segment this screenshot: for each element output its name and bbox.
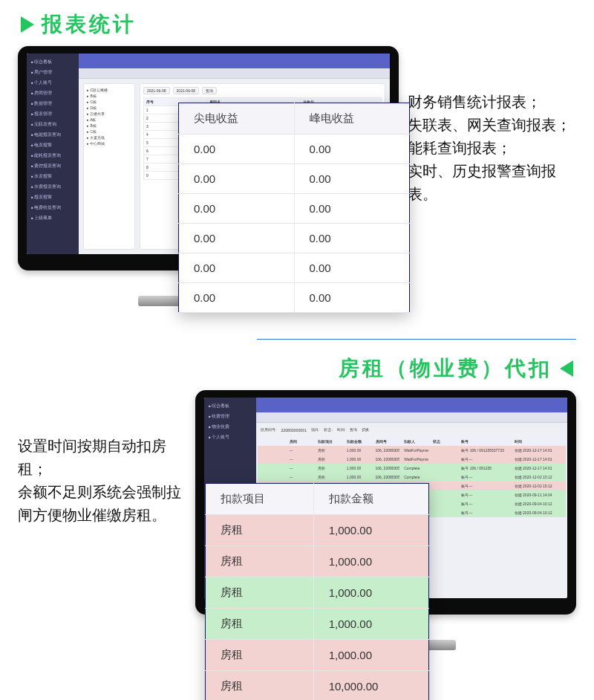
tree-node[interactable]: C栋 — [87, 129, 131, 135]
table-row: 房租1,000.00 — [206, 609, 429, 640]
sidebar-item[interactable]: 无联表查询 — [27, 119, 79, 129]
app-topbar — [256, 398, 567, 412]
app-sidebar: 综合看板用户管理个人账号房间管理数据管理报表管理无联表查询电能报表查询电表报警能… — [27, 54, 79, 254]
sidebar-item[interactable]: 收费管理 — [204, 411, 256, 421]
caption-line: 设置时间按期自动扣房租； — [18, 435, 186, 481]
caption-line: 余额不足则系统会强制拉闸方便物业催缴房租。 — [18, 481, 186, 527]
table-row: 0.000.00 — [179, 253, 410, 283]
sidebar-item[interactable]: 能耗报表查询 — [27, 150, 79, 161]
sidebar-item[interactable]: 费控报表查询 — [27, 161, 79, 171]
label-item: 项目: — [311, 427, 319, 432]
caption-line: 失联表、网关查询报表； — [408, 114, 576, 137]
sidebar-item[interactable]: 用户管理 — [27, 67, 79, 77]
toolbar: 区房间号: 220803000001 项目: 状态: 时间: 查询 切换 — [256, 423, 567, 437]
overlay-table-deduction: 扣款项目扣款金额房租1,000.00房租1,000.00房租1,000.00房租… — [205, 483, 429, 700]
table-header-row: 房间扣款项目扣款金额房间号扣款人状态账号时间 — [258, 437, 566, 446]
sidebar-item[interactable]: 水费报表查询 — [27, 181, 79, 192]
table-row[interactable]: —房租1,000.00106, 220803059995Complete账号 1… — [258, 464, 566, 473]
sidebar-item[interactable]: 数据管理 — [27, 98, 79, 108]
section-title-reports: 报表统计 — [0, 0, 594, 46]
tree-node[interactable]: B栋 — [87, 123, 131, 129]
caption-reports: 财务销售统计报表； 失联表、网关查询报表； 能耗查询报表； 实时、历史报警查询报… — [408, 46, 576, 206]
sidebar-item[interactable]: 电表报警 — [27, 140, 79, 150]
tree-node[interactable]: C栋 — [87, 99, 131, 105]
table-row: 房租10,000.00 — [206, 671, 429, 701]
query-button[interactable]: 查询 — [202, 87, 217, 94]
sidebar-item[interactable]: 电能报表查询 — [27, 129, 79, 140]
col-header: 尖电收益 — [179, 103, 295, 135]
col-header: 峰电收益 — [294, 103, 410, 135]
table-row: 0.000.00 — [179, 135, 410, 164]
sidebar-item[interactable]: 综合看板 — [204, 401, 256, 411]
app-tabbar — [79, 68, 390, 79]
section-divider — [257, 339, 576, 340]
caption-line: 财务销售统计报表； — [408, 91, 576, 114]
caption-line: 能耗查询报表； — [408, 137, 576, 160]
date-start[interactable]: 2021-06-08 — [143, 87, 170, 94]
col-header: 扣款项目 — [206, 484, 314, 515]
tree-node[interactable]: 大厦充电 — [87, 135, 131, 140]
sidebar-item[interactable]: 物业收费 — [204, 421, 256, 432]
tree-node[interactable]: D栋 — [87, 105, 131, 111]
app-tabbar — [256, 412, 567, 423]
input-room[interactable]: 220803000001 — [281, 428, 307, 432]
tree-node[interactable]: 中心商城 — [87, 140, 131, 146]
tree-node[interactable]: A栋 — [87, 117, 131, 123]
caption-line: 实时、历史报警查询报表。 — [408, 160, 576, 206]
sidebar-item[interactable]: 电费收益查询 — [27, 202, 79, 213]
tree-node[interactable]: C区公寓楼 — [87, 87, 131, 93]
col-header: 扣款金额 — [313, 484, 428, 515]
table-row: 房租1,000.00 — [206, 640, 429, 671]
tree-node[interactable]: B栋 — [87, 93, 131, 99]
table-row: 房租1,000.00 — [206, 577, 429, 609]
nav-tree: C区公寓楼 B栋 C栋 D栋五楼共享 A栋 B栋 C栋大厦充电中心商城 — [83, 83, 135, 250]
triangle-right-icon — [560, 360, 573, 377]
sidebar-item[interactable]: 报表报警 — [27, 192, 79, 202]
table-row: 房租1,000.00 — [206, 546, 429, 577]
label-date: 时间: — [337, 427, 345, 432]
section-title-rent: 房租（物业费）代扣 — [0, 344, 594, 390]
triangle-left-icon — [21, 16, 34, 33]
table-row: 房租1,000.00 — [206, 515, 429, 546]
label-status: 状态: — [324, 427, 332, 432]
table-row: 0.000.00 — [179, 283, 410, 313]
section-title-text: 房租（物业费）代扣 — [339, 354, 552, 383]
overlay-table-revenue: 尖电收益峰电收益0.000.000.000.000.000.000.000.00… — [178, 103, 410, 313]
sidebar-item[interactable]: 个人账号 — [204, 432, 256, 442]
app-topbar — [79, 54, 390, 68]
sidebar-item[interactable]: 上级菜单 — [27, 213, 79, 223]
sidebar-item[interactable]: 个人账号 — [27, 77, 79, 88]
date-end[interactable]: 2021-06-08 — [173, 87, 200, 94]
sidebar-item[interactable]: 房间管理 — [27, 88, 79, 98]
filter-bar: 2021-06-08 2021-06-08 查询 — [143, 87, 382, 94]
switch-button[interactable]: 切换 — [362, 427, 369, 432]
label-room: 区房间号: — [261, 427, 276, 432]
tree-node[interactable]: 五楼共享 — [87, 111, 131, 117]
table-row[interactable]: —房租1,000.00106, 220803059995WaitForPayme… — [258, 446, 566, 455]
sidebar-item[interactable]: 水表报警 — [27, 171, 79, 181]
table-row: 0.000.00 — [179, 224, 410, 253]
table-row: 0.000.00 — [179, 194, 410, 224]
table-row[interactable]: —房租1,000.00106, 220803059995Complete账号—创… — [258, 473, 566, 482]
table-row: 0.000.00 — [179, 164, 410, 194]
section-title-text: 报表统计 — [42, 10, 137, 39]
caption-rent: 设置时间按期自动扣房租； 余额不足则系统会强制拉闸方便物业催缴房租。 — [18, 390, 186, 527]
sidebar-item[interactable]: 综合看板 — [27, 56, 79, 67]
sidebar-item[interactable]: 报表管理 — [27, 108, 79, 119]
table-row[interactable]: —房租1,000.00106, 220803059995WaitForPayme… — [258, 455, 566, 464]
search-button[interactable]: 查询 — [350, 427, 357, 432]
